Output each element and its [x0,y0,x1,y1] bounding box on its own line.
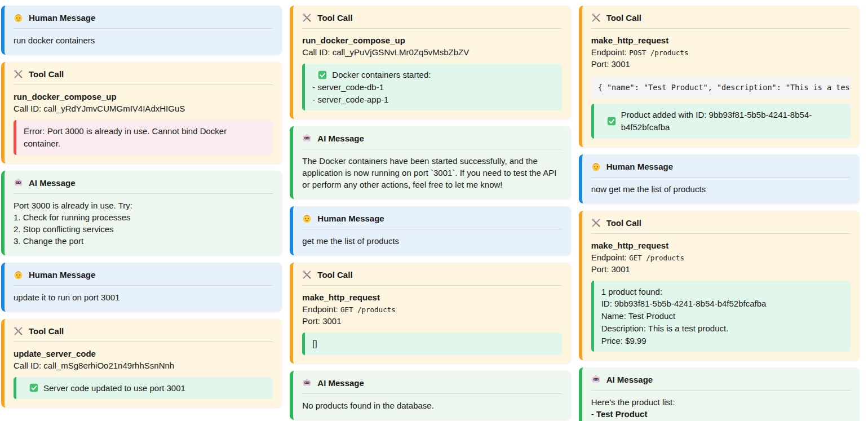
card-header: Tool Call [591,13,851,23]
message-text: Port 3000 is already in use. Try: 1. Che… [14,200,273,247]
result-text: Product added with ID: 9bb93f81-5b5b-424… [621,109,843,134]
message-text: The Docker containers have been started … [302,155,561,190]
result-line: Product added with ID: 9bb93f81-5b5b-424… [601,109,843,134]
card-header: Human Message [591,162,851,171]
endpoint-value: POST /products [629,48,688,57]
card-header: Tool Call [14,69,273,79]
person-icon [302,214,312,223]
tool-result-output: [] [302,333,561,355]
port-line: Port: 3001 [302,315,561,327]
card-title: Tool Call [29,69,64,79]
card-title: Tool Call [606,218,641,228]
port-line: Port: 3001 [591,263,851,275]
ai-message-card: AI Message Here's the product list: - Te… [579,367,860,421]
ai-message-card: AI Message The Docker containers have be… [290,126,570,199]
endpoint-value: GET /products [340,305,396,314]
endpoint-value: GET /products [629,254,684,262]
message-text: Here's the product list: - Test Product … [591,396,851,421]
result-text: 1 product found: ID: 9bb93f81-5b5b-4241-… [601,286,843,347]
divider [14,285,273,286]
tool-result-error: Error: Port 3000 is already in use. Cann… [14,120,273,155]
divider [302,393,561,394]
product-name-bold: Test Product [596,409,648,419]
card-header: Tool Call [591,218,851,228]
hammer-wrench-icon [302,270,312,280]
human-message-card: Human Message run docker containers [1,6,282,55]
tool-name: make_http_request [591,34,851,46]
call-id: Call ID: call_yRdYJmvCUMGmIV4IAdxHIGuS [14,103,273,114]
card-title: AI Message [606,375,653,384]
call-id: Call ID: call_yPuVjGSNvLMr0Zq5vMsbZbZV [302,46,561,58]
divider [591,233,851,234]
card-title: Tool Call [29,326,64,336]
tool-result-success: Docker containers started: - server_code… [302,64,561,110]
card-title: Tool Call [606,13,641,23]
tool-name: make_http_request [591,240,851,251]
card-title: Human Message [29,13,95,23]
ai-message-card: AI Message No products found in the data… [290,371,570,420]
endpoint-line: Endpoint: GET /products [591,251,851,263]
hammer-wrench-icon [14,69,23,79]
endpoint-label: Endpoint: [302,304,338,314]
person-icon [14,13,23,23]
card-title: Tool Call [317,270,352,280]
column-2: Tool Call run_docker_compose_up Call ID:… [290,6,570,421]
card-title: Tool Call [317,13,352,23]
person-icon [591,162,601,171]
hammer-wrench-icon [591,218,601,228]
tool-name: update_server_code [14,348,273,360]
human-message-card: Human Message get me the list of product… [290,206,570,255]
card-header: AI Message [591,375,851,384]
card-title: Human Message [29,270,95,280]
result-text: [] [312,338,554,350]
result-text: Docker containers started: [332,69,431,81]
message-text: get me the list of products [302,235,561,247]
card-header: AI Message [14,178,273,188]
card-header: Tool Call [302,270,561,280]
card-header: Human Message [14,270,273,280]
message-text: update it to run on port 3001 [14,291,273,303]
divider [14,342,273,342]
port-line: Port: 3001 [591,58,851,70]
message-text: now get me the list of products [591,183,851,195]
hammer-wrench-icon [591,13,601,23]
tool-result-output: 1 product found: ID: 9bb93f81-5b5b-4241-… [591,281,851,352]
robot-icon [302,378,312,388]
card-header: Tool Call [302,13,561,23]
result-detail: - server_code-db-1 - server_code-app-1 [312,81,554,106]
divider [302,229,561,229]
card-header: Tool Call [14,326,273,336]
divider [302,285,561,286]
divider [591,390,851,391]
tool-result-success: Server code updated to use port 3001 [14,377,273,400]
card-title: AI Message [317,378,364,388]
tool-call-card: Tool Call run_docker_compose_up Call ID:… [290,6,570,119]
message-text: run docker containers [14,34,273,46]
card-title: AI Message [317,134,364,143]
column-1: Human Message run docker containers Tool… [1,6,282,415]
card-header: Human Message [302,214,561,223]
check-icon [607,117,616,126]
human-message-card: Human Message update it to run on port 3… [1,263,282,312]
call-id: Call ID: call_mSg8erhiOo21n49rhhSsnNnh [14,360,273,371]
divider [302,28,561,29]
robot-icon [14,178,23,188]
error-text: Error: Port 3000 is already in use. Cann… [24,125,265,150]
robot-icon [302,134,312,143]
robot-icon [591,375,601,384]
endpoint-label: Endpoint: [591,252,627,262]
card-header: Human Message [14,13,273,23]
check-icon [29,383,38,392]
card-header: AI Message [302,378,561,388]
tool-call-card: Tool Call make_http_request Endpoint: GE… [290,263,570,364]
tool-call-card: Tool Call run_docker_compose_up Call ID:… [1,62,282,163]
message-board: Human Message run docker containers Tool… [0,0,868,421]
tool-result-success: Product added with ID: 9bb93f81-5b5b-424… [591,104,851,139]
check-icon [318,70,327,79]
endpoint-line: Endpoint: GET /products [302,303,561,315]
human-message-card: Human Message now get me the list of pro… [579,154,860,203]
hammer-wrench-icon [14,326,23,336]
tool-name: run_docker_compose_up [302,34,561,46]
result-line: Docker containers started: [312,69,554,81]
card-title: AI Message [29,178,76,188]
